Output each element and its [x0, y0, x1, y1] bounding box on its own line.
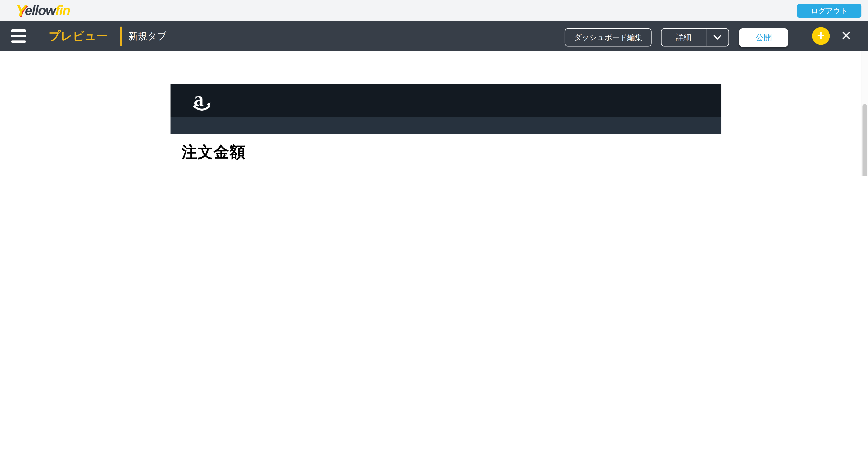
publish-button[interactable]: 公開: [739, 28, 788, 47]
yellowfin-logo-text-yellow: fin: [55, 1, 70, 21]
section-heading-order-amount: 注文金額: [182, 142, 246, 163]
amazon-logo: a: [190, 89, 218, 116]
amazon-banner-strip: [170, 117, 721, 134]
yellowfin-logo-text-dark: ellow: [25, 1, 55, 21]
preview-toolbar: プレビュー 新規タブ ダッシュボード編集 詳細 公開 + ✕: [0, 21, 868, 51]
hamburger-menu-icon[interactable]: [11, 29, 26, 43]
amazon-banner: a: [170, 84, 721, 117]
vertical-scrollbar-thumb[interactable]: [863, 104, 867, 176]
yellowfin-logo-y-mark: Y: [16, 1, 26, 21]
dashboard-tab-name: 新規タブ: [128, 21, 166, 51]
title-divider: [120, 27, 122, 46]
yellowfin-logo: Yellowfin: [16, 1, 70, 21]
details-button-label[interactable]: 詳細: [661, 32, 706, 42]
vertical-scrollbar-track[interactable]: [861, 51, 868, 176]
dashboard-edit-button[interactable]: ダッシュボード編集: [565, 28, 652, 47]
logout-button[interactable]: ログアウト: [797, 4, 861, 18]
top-bar: Yellowfin ログアウト: [0, 0, 868, 21]
dashboard-preview-window: Yellowfin ログアウト プレビュー 新規タブ ダッシュボード編集 詳細 …: [0, 0, 868, 176]
add-button[interactable]: +: [812, 27, 830, 45]
details-split-button[interactable]: 詳細: [661, 28, 729, 47]
chevron-down-icon[interactable]: [706, 35, 728, 40]
close-icon[interactable]: ✕: [837, 27, 856, 45]
preview-title: プレビュー: [49, 21, 108, 51]
